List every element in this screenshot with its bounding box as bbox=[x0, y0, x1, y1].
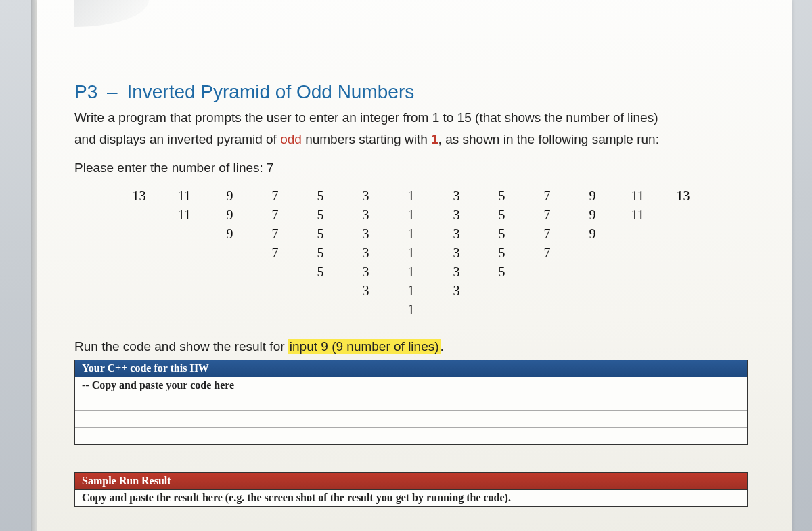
pyramid-cell: 3 bbox=[434, 281, 479, 300]
pyramid-row: 53135 bbox=[107, 262, 716, 281]
desc-2c: , as shown in the following sample run: bbox=[438, 132, 659, 146]
pyramid-cell bbox=[570, 300, 615, 319]
pyramid-cell: 9 bbox=[570, 224, 615, 243]
pyramid-cell bbox=[479, 300, 524, 319]
pyramid-cell bbox=[524, 281, 570, 300]
pyramid-cell: 3 bbox=[434, 224, 479, 243]
pyramid-cell: 9 bbox=[207, 205, 252, 224]
pyramid-cell bbox=[162, 243, 207, 262]
pyramid-cell bbox=[660, 224, 706, 243]
pyramid-cell bbox=[660, 300, 706, 319]
pyramid-cell bbox=[162, 300, 207, 319]
pyramid-cell: 3 bbox=[434, 243, 479, 262]
pyramid-cell bbox=[615, 300, 660, 319]
pyramid-cell bbox=[615, 281, 660, 300]
pyramid-cell: 3 bbox=[343, 262, 388, 281]
pyramid-cell bbox=[162, 262, 207, 281]
pyramid-cell: 11 bbox=[615, 205, 660, 224]
document-page: P3 – Inverted Pyramid of Odd Numbers Wri… bbox=[37, 0, 792, 531]
pyramid-cell bbox=[162, 281, 207, 300]
code-band: Your C++ code for this HW --Copy and pas… bbox=[74, 360, 748, 445]
run-a: Run the code and show the result for bbox=[74, 339, 288, 354]
pyramid-cell: 7 bbox=[524, 243, 570, 262]
pyramid-cell: 3 bbox=[343, 186, 388, 205]
desc-2a: and displays an inverted pyramid of bbox=[74, 132, 280, 146]
pyramid-cell bbox=[524, 300, 570, 319]
pyramid-cell bbox=[660, 243, 706, 262]
pyramid-cell: 1 bbox=[388, 205, 434, 224]
pyramid-cell bbox=[479, 281, 524, 300]
code-row-prefix: -- bbox=[82, 379, 89, 391]
pyramid-cell: 7 bbox=[252, 205, 298, 224]
page-curl-decoration bbox=[74, 0, 149, 27]
heading-dash: – bbox=[107, 81, 118, 102]
pyramid-cell bbox=[570, 281, 615, 300]
pyramid-cell bbox=[570, 243, 615, 262]
pyramid-cell bbox=[116, 243, 162, 262]
pyramid-row: 1 bbox=[107, 300, 716, 319]
result-band: Sample Run Result Copy and paste the res… bbox=[74, 472, 748, 507]
pyramid-cell: 1 bbox=[388, 243, 434, 262]
pyramid-cell: 1 bbox=[388, 186, 434, 205]
sample-prompt: Please enter the number of lines: 7 bbox=[74, 161, 748, 175]
pyramid-cell bbox=[252, 281, 298, 300]
run-instruction: Run the code and show the result for inp… bbox=[74, 339, 748, 354]
pyramid-row: 7531357 bbox=[107, 243, 716, 262]
pyramid-cell bbox=[570, 262, 615, 281]
pyramid-cell bbox=[116, 281, 162, 300]
code-row-text: Copy and paste your code here bbox=[92, 379, 235, 391]
pyramid-cell: 5 bbox=[479, 224, 524, 243]
code-band-empty-row[interactable] bbox=[75, 394, 747, 411]
pyramid-row: 975313579 bbox=[107, 224, 716, 243]
pyramid-cell: 13 bbox=[660, 186, 706, 205]
pyramid-cell bbox=[207, 243, 252, 262]
pyramid-cell: 7 bbox=[524, 205, 570, 224]
run-highlight: input 9 (9 number of lines) bbox=[288, 339, 441, 354]
pyramid-cell: 11 bbox=[162, 205, 207, 224]
pyramid-row: 13119753135791113 bbox=[107, 186, 716, 205]
pyramid-cell: 7 bbox=[524, 224, 570, 243]
pyramid-cell bbox=[615, 224, 660, 243]
pyramid-cell: 7 bbox=[524, 186, 570, 205]
pyramid-cell: 5 bbox=[298, 224, 343, 243]
pyramid-cell: 5 bbox=[479, 243, 524, 262]
desc-2b: numbers starting with bbox=[302, 132, 431, 146]
result-band-row[interactable]: Copy and paste the result here (e.g. the… bbox=[75, 490, 747, 506]
pyramid-cell bbox=[343, 300, 388, 319]
pyramid-cell: 9 bbox=[207, 186, 252, 205]
description-line1: Write a program that prompts the user to… bbox=[74, 108, 748, 127]
pyramid-cell: 3 bbox=[343, 281, 388, 300]
pyramid-cell: 13 bbox=[116, 186, 162, 205]
pyramid-cell: 5 bbox=[298, 205, 343, 224]
code-band-header: Your C++ code for this HW bbox=[75, 360, 747, 377]
pyramid-cell: 9 bbox=[207, 224, 252, 243]
pyramid-cell bbox=[116, 262, 162, 281]
pyramid-row: 313 bbox=[107, 281, 716, 300]
pyramid-cell bbox=[207, 262, 252, 281]
run-b: . bbox=[441, 339, 444, 354]
pyramid-cell bbox=[116, 300, 162, 319]
pyramid-cell: 5 bbox=[479, 186, 524, 205]
pyramid-row: 1197531357911 bbox=[107, 205, 716, 224]
desc-odd: odd bbox=[280, 132, 302, 146]
pyramid-cell bbox=[116, 224, 162, 243]
heading-prefix: P3 bbox=[74, 81, 97, 102]
pyramid-cell bbox=[298, 300, 343, 319]
code-band-empty-row[interactable] bbox=[75, 428, 747, 444]
pyramid-cell bbox=[615, 243, 660, 262]
code-band-row[interactable]: --Copy and paste your code here bbox=[75, 377, 747, 394]
pyramid-cell: 7 bbox=[252, 186, 298, 205]
pyramid-cell: 1 bbox=[388, 281, 434, 300]
pyramid-cell: 11 bbox=[615, 186, 660, 205]
pyramid-cell bbox=[524, 262, 570, 281]
pyramid-cell bbox=[660, 281, 706, 300]
result-band-header: Sample Run Result bbox=[75, 473, 747, 490]
pyramid-cell bbox=[660, 205, 706, 224]
description-line2: and displays an inverted pyramid of odd … bbox=[74, 130, 748, 149]
pyramid-cell: 3 bbox=[434, 205, 479, 224]
pyramid-cell: 1 bbox=[388, 300, 434, 319]
pyramid-cell bbox=[298, 281, 343, 300]
pyramid-output: 1311975313579111311975313579119753135797… bbox=[107, 186, 716, 319]
code-band-empty-row[interactable] bbox=[75, 411, 747, 428]
pyramid-cell: 1 bbox=[388, 224, 434, 243]
